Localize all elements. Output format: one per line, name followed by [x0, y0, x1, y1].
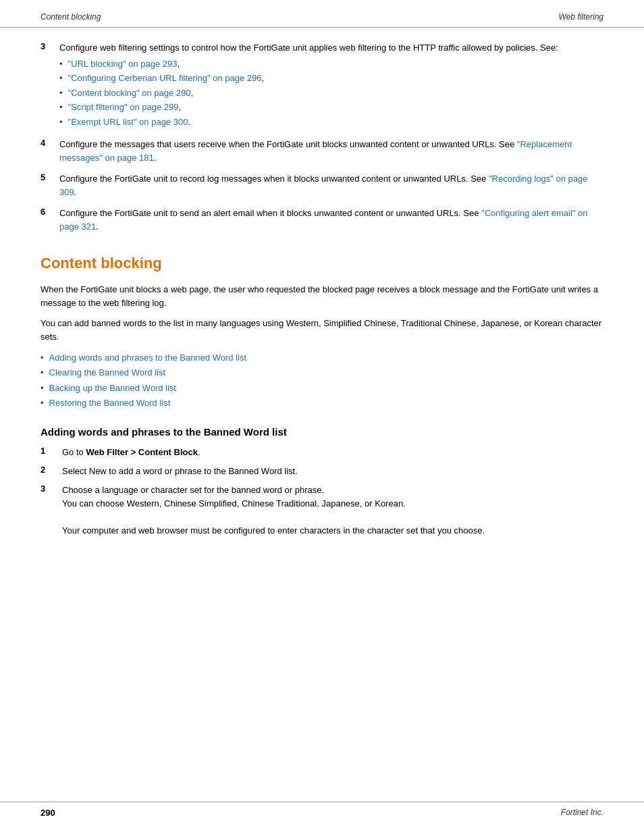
num-4: 4	[41, 138, 59, 148]
item-3-bullets: "URL blocking" on page 293, "Configuring…	[59, 57, 603, 129]
link-item-restoring: Restoring the Banned Word list	[41, 396, 603, 410]
bullet-url-blocking: "URL blocking" on page 293,	[59, 57, 603, 71]
numbered-item-5: 5 Configure the FortiGate unit to record…	[41, 172, 603, 199]
content-blocking-section: Content blocking When the FortiGate unit…	[41, 255, 603, 538]
step-3-content: Choose a language or character set for t…	[62, 484, 603, 538]
step-1-text: Go to Web Filter > Content Block.	[62, 447, 200, 457]
step-2-content: Select New to add a word or phrase to th…	[62, 465, 603, 478]
step-1-content: Go to Web Filter > Content Block.	[62, 446, 603, 459]
section-para1: When the FortiGate unit blocks a web pag…	[41, 283, 603, 310]
link-cerberian[interactable]: "Configuring Cerberian URL filtering" on…	[68, 72, 262, 85]
step-3-text: Choose a language or character set for t…	[62, 485, 324, 495]
link-item-adding: Adding words and phrases to the Banned W…	[41, 351, 603, 365]
link-replacement-messages[interactable]: "Replacement messages" on page 181	[59, 139, 572, 163]
num-3: 3	[41, 41, 59, 51]
step-1-bold: Web Filter > Content Block	[86, 447, 198, 457]
item-6-content: Configure the FortiGate unit to send an …	[59, 207, 603, 233]
subsection-adding-words: Adding words and phrases to the Banned W…	[41, 426, 603, 538]
section-links-list: Adding words and phrases to the Banned W…	[41, 351, 603, 410]
link-clearing-banned[interactable]: Clearing the Banned Word list	[49, 366, 165, 380]
intro-numbered-section: 3 Configure web filtering settings to co…	[41, 41, 603, 233]
numbered-item-4: 4 Configure the messages that users rece…	[41, 138, 603, 164]
item-3-content: Configure web filtering settings to cont…	[59, 41, 603, 130]
section-title: Content blocking	[41, 255, 603, 272]
section-para2: You can add banned words to the list in …	[41, 317, 603, 344]
page: Content blocking Web filtering 3 Configu…	[0, 0, 644, 834]
main-content: 3 Configure web filtering settings to co…	[0, 28, 644, 583]
header-left: Content blocking	[41, 12, 101, 22]
company-name: Fortinet Inc.	[561, 808, 603, 818]
link-alert-email[interactable]: "Configuring alert email" on page 321	[59, 208, 587, 232]
page-number: 290	[41, 808, 55, 818]
link-backing-up[interactable]: Backing up the Banned Word list	[49, 382, 176, 395]
bullet-cerberian: "Configuring Cerberian URL filtering" on…	[59, 72, 603, 85]
step-3-extra2: Your computer and web browser must be co…	[62, 525, 485, 536]
item-4-text: Configure the messages that users receiv…	[59, 139, 572, 163]
step-2-text: Select New to add a word or phrase to th…	[62, 466, 298, 476]
step-num-3: 3	[41, 484, 62, 494]
bullet-script-filtering: "Script filtering" on page 299,	[59, 101, 603, 114]
item-5-content: Configure the FortiGate unit to record l…	[59, 172, 603, 199]
link-restoring[interactable]: Restoring the Banned Word list	[49, 396, 171, 410]
step-2: 2 Select New to add a word or phrase to …	[41, 465, 603, 478]
num-5: 5	[41, 172, 59, 182]
link-content-blocking[interactable]: "Content blocking" on page 290	[68, 86, 191, 100]
subsection-title: Adding words and phrases to the Banned W…	[41, 426, 603, 438]
header-right: Web filtering	[559, 12, 603, 22]
link-adding-words[interactable]: Adding words and phrases to the Banned W…	[49, 351, 246, 365]
page-header: Content blocking Web filtering	[0, 0, 644, 28]
num-6: 6	[41, 207, 59, 217]
item-5-text: Configure the FortiGate unit to record l…	[59, 174, 587, 197]
item-3-text: Configure web filtering settings to cont…	[59, 43, 558, 53]
link-exempt-url[interactable]: "Exempt URL list" on page 300	[68, 115, 188, 129]
page-footer: 290 Fortinet Inc.	[0, 802, 644, 818]
section-body: When the FortiGate unit blocks a web pag…	[41, 283, 603, 538]
item-4-content: Configure the messages that users receiv…	[59, 138, 603, 164]
link-recording-logs[interactable]: "Recording logs" on page 309	[59, 174, 587, 197]
item-6-text: Configure the FortiGate unit to send an …	[59, 208, 587, 232]
link-script-filtering[interactable]: "Script filtering" on page 299	[68, 101, 179, 114]
link-url-blocking[interactable]: "URL blocking" on page 293	[68, 57, 178, 71]
link-item-backing: Backing up the Banned Word list	[41, 382, 603, 395]
step-num-2: 2	[41, 465, 62, 475]
step-1: 1 Go to Web Filter > Content Block.	[41, 446, 603, 459]
step-num-1: 1	[41, 446, 62, 456]
bullet-exempt-url: "Exempt URL list" on page 300.	[59, 115, 603, 129]
link-item-clearing: Clearing the Banned Word list	[41, 366, 603, 380]
numbered-item-3: 3 Configure web filtering settings to co…	[41, 41, 603, 130]
step-3: 3 Choose a language or character set for…	[41, 484, 603, 538]
bullet-content-blocking: "Content blocking" on page 290,	[59, 86, 603, 100]
step-3-extra1: You can choose Western, Chinese Simplifi…	[62, 498, 406, 509]
numbered-item-6: 6 Configure the FortiGate unit to send a…	[41, 207, 603, 233]
